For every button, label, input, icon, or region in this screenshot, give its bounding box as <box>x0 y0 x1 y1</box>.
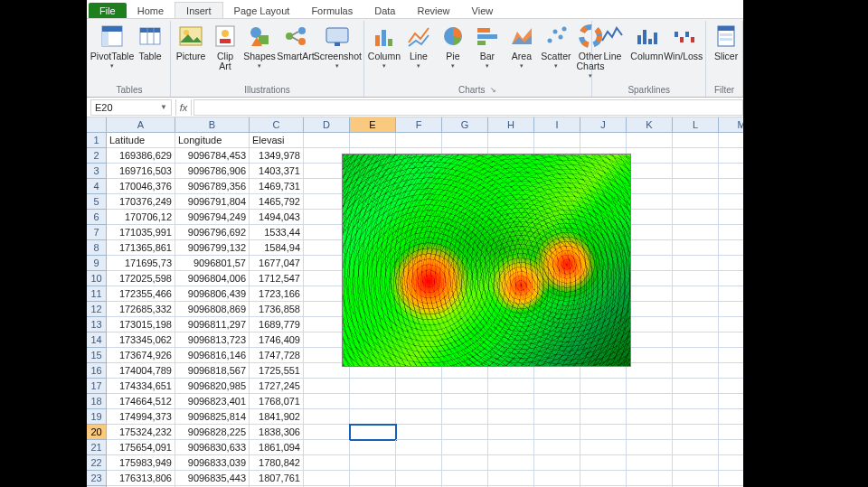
cell-L4[interactable] <box>673 179 719 194</box>
cell-M15[interactable] <box>719 348 743 363</box>
cell-B9[interactable]: 9096801,57 <box>175 256 250 271</box>
cell-C4[interactable]: 1469,731 <box>250 179 304 194</box>
row-header-9[interactable]: 9 <box>87 256 107 271</box>
column-header-K[interactable]: K <box>627 117 673 133</box>
worksheet[interactable]: ABCDEFGHIJKLM 12345678910111213141516171… <box>87 117 743 487</box>
cell-K22[interactable] <box>627 455 673 471</box>
cell-I21[interactable] <box>534 440 580 455</box>
cell-L20[interactable] <box>673 425 719 440</box>
cell-F22[interactable] <box>396 455 442 471</box>
cell-L12[interactable] <box>673 302 719 317</box>
cell-J22[interactable] <box>580 455 627 471</box>
cell-B17[interactable]: 9096820,985 <box>175 379 250 394</box>
cell-A3[interactable]: 169716,503 <box>107 164 175 179</box>
column-header-C[interactable]: C <box>250 117 304 133</box>
cell-B21[interactable]: 9096830,633 <box>175 440 250 455</box>
cell-B1[interactable]: Longitude <box>175 133 250 148</box>
cell-E17[interactable] <box>350 379 396 394</box>
cell-I17[interactable] <box>534 379 580 394</box>
dialog-launcher-icon[interactable]: ↘ <box>488 86 497 95</box>
cell-B23[interactable]: 9096835,443 <box>175 471 250 486</box>
cell-E18[interactable] <box>350 394 396 409</box>
cell-K3[interactable] <box>627 164 673 179</box>
cell-A21[interactable]: 175654,091 <box>107 440 175 455</box>
cell-M7[interactable] <box>719 225 743 240</box>
row-header-11[interactable]: 11 <box>87 286 107 302</box>
clipart-button[interactable]: ClipArt <box>209 21 241 73</box>
cell-L11[interactable] <box>673 286 719 302</box>
cell-H19[interactable] <box>488 409 534 425</box>
cell-B18[interactable]: 9096823,401 <box>175 394 250 409</box>
shapes-button[interactable]: Shapes▾ <box>243 21 276 70</box>
cell-A8[interactable]: 171365,861 <box>107 240 175 256</box>
cell-L1[interactable] <box>673 133 719 148</box>
row-header-3[interactable]: 3 <box>87 164 107 179</box>
cell-K14[interactable] <box>627 332 673 348</box>
cell-B6[interactable]: 9096794,249 <box>175 210 250 225</box>
row-header-8[interactable]: 8 <box>87 240 107 256</box>
cell-K4[interactable] <box>627 179 673 194</box>
cell-M8[interactable] <box>719 240 743 256</box>
cell-A14[interactable]: 173345,062 <box>107 332 175 348</box>
cell-J19[interactable] <box>580 409 627 425</box>
select-all-corner[interactable] <box>87 117 107 133</box>
cell-M10[interactable] <box>719 271 743 286</box>
row-header-5[interactable]: 5 <box>87 194 107 210</box>
cell-A5[interactable]: 170376,249 <box>107 194 175 210</box>
cell-C8[interactable]: 1584,94 <box>250 240 304 256</box>
tab-page-layout[interactable]: Page Layout <box>223 3 301 18</box>
screenshot-button[interactable]: Screenshot▾ <box>316 21 360 70</box>
cell-A10[interactable]: 172025,598 <box>107 271 175 286</box>
cell-M12[interactable] <box>719 302 743 317</box>
cell-F1[interactable] <box>396 133 442 148</box>
cell-K11[interactable] <box>627 286 673 302</box>
cell-A19[interactable]: 174994,373 <box>107 409 175 425</box>
row-header-10[interactable]: 10 <box>87 271 107 286</box>
cell-D18[interactable] <box>304 394 350 409</box>
cell-G18[interactable] <box>442 394 488 409</box>
cell-M21[interactable] <box>719 440 743 455</box>
column-header-H[interactable]: H <box>488 117 534 133</box>
area-button[interactable]: Area▾ <box>505 21 538 70</box>
cell-H23[interactable] <box>488 471 534 486</box>
row-header-12[interactable]: 12 <box>87 302 107 317</box>
row-header-17[interactable]: 17 <box>87 379 107 394</box>
cell-M1[interactable] <box>719 133 743 148</box>
cell-L21[interactable] <box>673 440 719 455</box>
row-header-18[interactable]: 18 <box>87 394 107 409</box>
cell-K5[interactable] <box>627 194 673 210</box>
cell-H18[interactable] <box>488 394 534 409</box>
cell-L13[interactable] <box>673 317 719 332</box>
cell-J1[interactable] <box>580 133 627 148</box>
cell-L3[interactable] <box>673 164 719 179</box>
tab-view[interactable]: View <box>461 3 505 18</box>
cell-A15[interactable]: 173674,926 <box>107 348 175 363</box>
cell-F18[interactable] <box>396 394 442 409</box>
cell-G22[interactable] <box>442 455 488 471</box>
row-header-19[interactable]: 19 <box>87 409 107 425</box>
cell-M19[interactable] <box>719 409 743 425</box>
column-header-B[interactable]: B <box>175 117 250 133</box>
cell-F21[interactable] <box>396 440 442 455</box>
cell-E22[interactable] <box>350 455 396 471</box>
cell-C15[interactable]: 1747,728 <box>250 348 304 363</box>
cell-K13[interactable] <box>627 317 673 332</box>
cell-C16[interactable]: 1725,551 <box>250 363 304 379</box>
cell-M14[interactable] <box>719 332 743 348</box>
row-header-22[interactable]: 22 <box>87 455 107 471</box>
cell-A7[interactable]: 171035,991 <box>107 225 175 240</box>
cell-K9[interactable] <box>627 256 673 271</box>
row-header-7[interactable]: 7 <box>87 225 107 240</box>
cell-H1[interactable] <box>488 133 534 148</box>
cell-D21[interactable] <box>304 440 350 455</box>
cell-F17[interactable] <box>396 379 442 394</box>
cell-C22[interactable]: 1780,842 <box>250 455 304 471</box>
column-header-D[interactable]: D <box>304 117 350 133</box>
row-header-14[interactable]: 14 <box>87 332 107 348</box>
cell-M18[interactable] <box>719 394 743 409</box>
cell-M22[interactable] <box>719 455 743 471</box>
cell-K8[interactable] <box>627 240 673 256</box>
cell-A12[interactable]: 172685,332 <box>107 302 175 317</box>
cell-J23[interactable] <box>580 471 627 486</box>
column-header-M[interactable]: M <box>719 117 743 133</box>
